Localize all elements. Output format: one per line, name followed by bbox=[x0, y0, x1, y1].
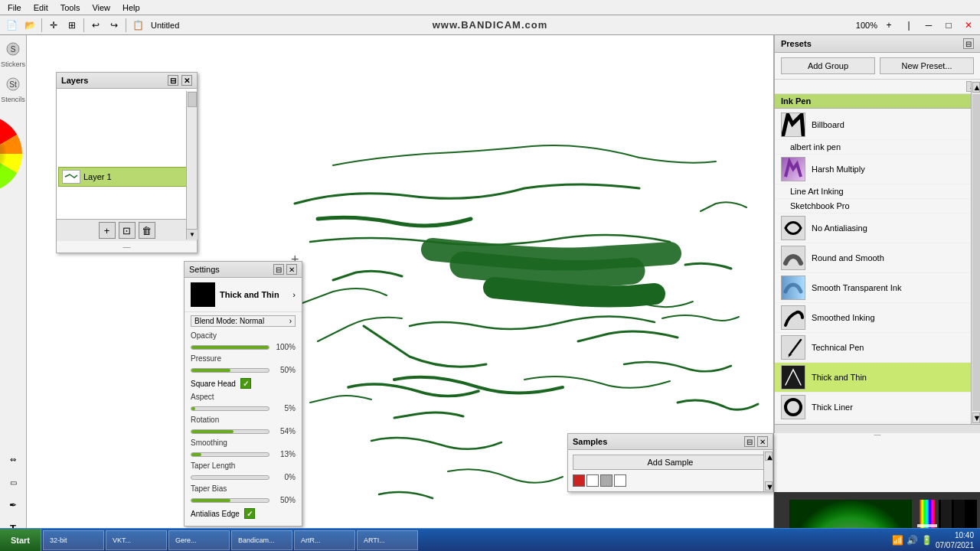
open-btn[interactable]: 📂 bbox=[21, 17, 38, 34]
taper-length-row: Taper Length bbox=[185, 460, 302, 471]
swatch-red[interactable] bbox=[573, 474, 585, 487]
layers-dock-btn[interactable]: ⊟ bbox=[168, 75, 178, 86]
preset-thumb-harsh bbox=[781, 157, 805, 181]
taskbar-item-label-vkt: VKT... bbox=[113, 536, 131, 544]
window-max-btn[interactable]: □ bbox=[940, 17, 957, 34]
grid-btn[interactable]: ⊞ bbox=[64, 17, 80, 34]
aspect-slider[interactable] bbox=[191, 406, 270, 411]
preset-thumb-thick-thin bbox=[781, 365, 805, 390]
smoothing-value: 13% bbox=[273, 450, 296, 458]
window-min-btn[interactable]: ─ bbox=[920, 17, 937, 34]
pressure-slider[interactable] bbox=[191, 368, 270, 373]
opacity-fill bbox=[191, 346, 269, 349]
stencils-btn[interactable]: St bbox=[2, 73, 24, 95]
settings-close-btn[interactable]: ✕ bbox=[286, 264, 297, 275]
pressure-row: Pressure bbox=[185, 353, 302, 364]
presets-scroll-up[interactable]: ▲ bbox=[775, 80, 980, 94]
preset-item-lineart[interactable]: Line Art Inking bbox=[775, 184, 980, 199]
preset-item-round[interactable]: Round and Smooth bbox=[775, 243, 980, 273]
layer-item[interactable]: Layer 1 bbox=[58, 167, 195, 187]
preset-item-billboard[interactable]: Billboard bbox=[775, 110, 980, 140]
settings-dock-btn[interactable]: ⊟ bbox=[273, 264, 284, 275]
duplicate-layer-btn[interactable]: ⊡ bbox=[119, 222, 136, 239]
color-wheel-thumb[interactable] bbox=[0, 112, 26, 196]
samples-scroll-up[interactable]: ▲ bbox=[765, 452, 773, 461]
preset-item-noaa[interactable]: No Antialiasing bbox=[775, 214, 980, 243]
opacity-slider[interactable] bbox=[191, 345, 270, 350]
select-tool[interactable]: ▭ bbox=[2, 471, 24, 493]
add-sample-btn[interactable]: Add Sample bbox=[573, 455, 768, 470]
preset-group-header[interactable]: Ink Pen › bbox=[775, 94, 980, 109]
scroll-down-btn[interactable]: ▼ bbox=[187, 229, 198, 240]
battery-icon[interactable]: 🔋 bbox=[921, 535, 933, 546]
preset-item-smoothed[interactable]: Smoothed Inking bbox=[775, 303, 980, 333]
undo-btn[interactable]: ↩ bbox=[87, 17, 104, 34]
preset-item-smooth-trans[interactable]: Smooth Transparent Ink bbox=[775, 273, 980, 303]
settings-panel: Settings ⊟ ✕ Thick and Thin › Blend Mode… bbox=[184, 261, 302, 527]
taskbar-item-artr[interactable]: ArtR... bbox=[294, 530, 355, 550]
pen-tool[interactable]: ✒ bbox=[2, 494, 24, 516]
scroll-up-arrow[interactable]: ▲ bbox=[972, 82, 980, 93]
add-group-btn[interactable]: Add Group bbox=[781, 57, 875, 74]
swatch-gray[interactable] bbox=[600, 474, 612, 487]
layers-title: Layers bbox=[61, 76, 88, 85]
preset-item-technical[interactable]: Technical Pen bbox=[775, 333, 980, 363]
blend-mode-select[interactable]: Blend Mode: Normal › bbox=[191, 315, 296, 327]
delete-layer-btn[interactable]: 🗑 bbox=[139, 222, 155, 239]
taskbar-item-vkt[interactable]: VKT... bbox=[106, 530, 167, 550]
taskbar-item-32bit[interactable]: 32-bit bbox=[43, 530, 104, 550]
samples-scrollbar[interactable]: ▲ ▼ bbox=[763, 451, 773, 491]
menu-help[interactable]: Help bbox=[118, 2, 145, 14]
layers-close-btn[interactable]: ✕ bbox=[181, 75, 192, 86]
antialias-checkbox[interactable]: ✓ bbox=[244, 508, 255, 519]
presets-scrollbar[interactable]: ▲ ▼ bbox=[971, 81, 980, 424]
preset-item-thick-liner[interactable]: Thick Liner bbox=[775, 393, 980, 422]
menu-file[interactable]: File bbox=[3, 2, 26, 14]
new-btn[interactable]: 📄 bbox=[3, 17, 20, 34]
pressure-fill bbox=[191, 369, 230, 372]
pressure-slider-row: 50% bbox=[185, 364, 302, 376]
presets-toolbar: Add Group New Preset... bbox=[775, 53, 980, 80]
samples-close-btn[interactable]: ✕ bbox=[757, 436, 768, 447]
zoom-in-btn[interactable]: + bbox=[880, 17, 897, 34]
menu-tools[interactable]: Tools bbox=[56, 2, 85, 14]
new-preset-btn[interactable]: New Preset... bbox=[880, 57, 974, 74]
menu-view[interactable]: View bbox=[87, 2, 115, 14]
add-layer-btn[interactable]: + bbox=[99, 222, 116, 239]
system-clock[interactable]: 10:40 07/07/2021 bbox=[936, 530, 974, 550]
rotation-slider[interactable] bbox=[191, 429, 270, 434]
stickers-btn[interactable]: S bbox=[2, 38, 24, 60]
preset-item-sketchbook[interactable]: Sketchbook Pro bbox=[775, 199, 980, 214]
zoom-out-btn[interactable]: | bbox=[900, 17, 917, 34]
samples-dock-btn[interactable]: ⊟ bbox=[744, 436, 755, 447]
square-head-checkbox[interactable]: ✓ bbox=[240, 378, 251, 389]
scroll-down-arrow[interactable]: ▼ bbox=[972, 412, 980, 423]
file-icon[interactable]: 📋 bbox=[129, 17, 146, 34]
swatch-white2[interactable] bbox=[614, 474, 626, 487]
preset-item-harsh[interactable]: Harsh Multiply bbox=[775, 155, 980, 184]
redo-btn[interactable]: ↪ bbox=[106, 17, 122, 34]
aspect-label: Aspect bbox=[191, 393, 244, 401]
layers-scrollbar[interactable]: ▼ bbox=[186, 91, 197, 240]
network-icon[interactable]: 📶 bbox=[892, 535, 903, 546]
taskbar-item-arti[interactable]: ARTI... bbox=[357, 530, 418, 550]
preset-item-albert[interactable]: albert ink pen bbox=[775, 140, 980, 155]
menu-edit[interactable]: Edit bbox=[29, 2, 53, 14]
swatch-white[interactable] bbox=[586, 474, 599, 487]
start-button[interactable]: Start bbox=[0, 529, 41, 552]
brush-row[interactable]: Thick and Thin › bbox=[185, 278, 302, 312]
taskbar-item-bandicam[interactable]: Bandicam... bbox=[231, 530, 292, 550]
taper-bias-slider[interactable] bbox=[191, 498, 270, 503]
preset-item-thick-thin[interactable]: Thick and Thin bbox=[775, 363, 980, 393]
presets-settings-btn[interactable]: ⊟ bbox=[963, 38, 974, 49]
taper-bias-fill bbox=[191, 499, 230, 502]
smoothing-slider[interactable] bbox=[191, 452, 270, 457]
taskbar-item-gere[interactable]: Gere... bbox=[168, 530, 230, 550]
move-btn[interactable]: ✛ bbox=[45, 17, 62, 34]
window-close-btn[interactable]: ✕ bbox=[960, 17, 977, 34]
volume-icon[interactable]: 🔊 bbox=[906, 535, 918, 546]
transform-tool[interactable]: ⇔ bbox=[2, 448, 24, 470]
samples-scroll-down[interactable]: ▼ bbox=[765, 481, 773, 491]
taper-length-slider[interactable] bbox=[191, 475, 270, 480]
zoom-btn[interactable]: 100% bbox=[856, 21, 877, 30]
